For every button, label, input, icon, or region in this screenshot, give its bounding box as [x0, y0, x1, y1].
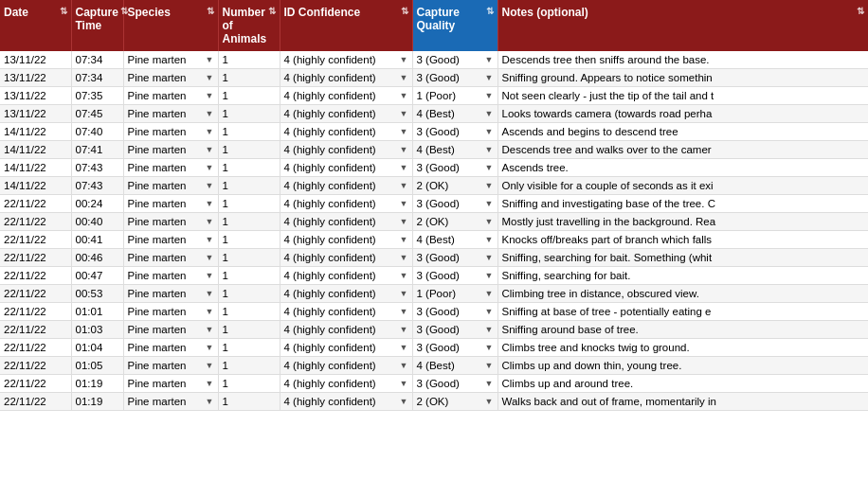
sort-icon[interactable]: ⇅	[486, 6, 494, 16]
dropdown-arrow-icon[interactable]: ▼	[206, 73, 214, 82]
dropdown-arrow-icon[interactable]: ▼	[206, 307, 214, 316]
dropdown-arrow-icon[interactable]: ▼	[206, 271, 214, 280]
dropdown-arrow-icon[interactable]: ▼	[485, 91, 494, 100]
dropdown-arrow-icon[interactable]: ▼	[206, 163, 214, 172]
dropdown-arrow-icon[interactable]: ▼	[400, 73, 408, 82]
dropdown-arrow-icon[interactable]: ▼	[400, 145, 408, 154]
dropdown-arrow-icon[interactable]: ▼	[485, 109, 494, 118]
column-header-animals[interactable]: Number of Animals⇅	[218, 0, 280, 51]
cell-species: Pine marten▼	[123, 123, 218, 141]
dropdown-arrow-icon[interactable]: ▼	[485, 163, 494, 172]
dropdown-arrow-icon[interactable]: ▼	[400, 181, 408, 190]
sort-icon[interactable]: ⇅	[401, 6, 408, 16]
cell-time: 07:34	[71, 69, 123, 87]
cell-quality: 2 (OK)▼	[412, 393, 497, 411]
cell-species: Pine marten▼	[123, 393, 218, 411]
dropdown-arrow-icon[interactable]: ▼	[206, 109, 214, 118]
dropdown-arrow-icon[interactable]: ▼	[206, 199, 214, 208]
dropdown-arrow-icon[interactable]: ▼	[400, 217, 408, 226]
cell-animals: 1	[218, 105, 280, 123]
column-label: Notes (optional)	[502, 6, 588, 19]
cell-animals: 1	[218, 321, 280, 339]
dropdown-arrow-icon[interactable]: ▼	[206, 91, 214, 100]
dropdown-arrow-icon[interactable]: ▼	[485, 73, 494, 82]
dropdown-arrow-icon[interactable]: ▼	[485, 55, 494, 64]
dropdown-arrow-icon[interactable]: ▼	[485, 271, 494, 280]
sort-icon[interactable]: ⇅	[207, 6, 214, 16]
dropdown-arrow-icon[interactable]: ▼	[400, 55, 408, 64]
cell-animals: 1	[218, 231, 280, 249]
dropdown-arrow-icon[interactable]: ▼	[206, 217, 214, 226]
cell-species: Pine marten▼	[123, 51, 218, 69]
dropdown-arrow-icon[interactable]: ▼	[206, 361, 214, 370]
dropdown-arrow-icon[interactable]: ▼	[485, 361, 494, 370]
dropdown-arrow-icon[interactable]: ▼	[206, 289, 214, 298]
cell-species: Pine marten▼	[123, 141, 218, 159]
dropdown-arrow-icon[interactable]: ▼	[400, 379, 408, 388]
cell-species: Pine marten▼	[123, 195, 218, 213]
cell-animals: 1	[218, 177, 280, 195]
dropdown-arrow-icon[interactable]: ▼	[400, 199, 408, 208]
cell-quality: 4 (Best)▼	[412, 357, 497, 375]
dropdown-arrow-icon[interactable]: ▼	[400, 235, 408, 244]
dropdown-arrow-icon[interactable]: ▼	[485, 289, 494, 298]
dropdown-arrow-icon[interactable]: ▼	[400, 325, 408, 334]
dropdown-arrow-icon[interactable]: ▼	[485, 217, 494, 226]
cell-animals: 1	[218, 357, 280, 375]
column-header-notes[interactable]: Notes (optional)⇅	[497, 0, 868, 51]
column-header-species[interactable]: Species⇅	[123, 0, 218, 51]
dropdown-arrow-icon[interactable]: ▼	[485, 325, 494, 334]
cell-time: 07:40	[71, 123, 123, 141]
dropdown-arrow-icon[interactable]: ▼	[206, 145, 214, 154]
dropdown-arrow-icon[interactable]: ▼	[485, 235, 494, 244]
sort-icon[interactable]: ⇅	[60, 6, 67, 16]
dropdown-arrow-icon[interactable]: ▼	[485, 199, 494, 208]
dropdown-arrow-icon[interactable]: ▼	[400, 397, 408, 406]
dropdown-arrow-icon[interactable]: ▼	[400, 289, 408, 298]
dropdown-arrow-icon[interactable]: ▼	[485, 307, 494, 316]
cell-confidence: 4 (highly confident)▼	[280, 357, 412, 375]
cell-time: 01:19	[71, 375, 123, 393]
cell-date: 22/11/22	[0, 303, 71, 321]
cell-time: 01:05	[71, 357, 123, 375]
dropdown-arrow-icon[interactable]: ▼	[400, 361, 408, 370]
dropdown-arrow-icon[interactable]: ▼	[400, 109, 408, 118]
dropdown-arrow-icon[interactable]: ▼	[485, 397, 494, 406]
dropdown-arrow-icon[interactable]: ▼	[485, 379, 494, 388]
column-header-time[interactable]: Capture Time⇅	[71, 0, 123, 51]
dropdown-arrow-icon[interactable]: ▼	[400, 163, 408, 172]
cell-date: 14/11/22	[0, 123, 71, 141]
dropdown-arrow-icon[interactable]: ▼	[206, 343, 214, 352]
column-header-quality[interactable]: Capture Quality⇅	[412, 0, 497, 51]
column-header-confidence[interactable]: ID Confidence⇅	[280, 0, 412, 51]
cell-time: 07:43	[71, 159, 123, 177]
dropdown-arrow-icon[interactable]: ▼	[400, 343, 408, 352]
dropdown-arrow-icon[interactable]: ▼	[485, 145, 494, 154]
sort-icon[interactable]: ⇅	[268, 6, 276, 16]
dropdown-arrow-icon[interactable]: ▼	[206, 181, 214, 190]
dropdown-arrow-icon[interactable]: ▼	[485, 127, 494, 136]
table-row: 22/11/2200:46Pine marten▼14 (highly conf…	[0, 249, 868, 267]
dropdown-arrow-icon[interactable]: ▼	[400, 307, 408, 316]
dropdown-arrow-icon[interactable]: ▼	[400, 253, 408, 262]
dropdown-arrow-icon[interactable]: ▼	[206, 127, 214, 136]
dropdown-arrow-icon[interactable]: ▼	[400, 271, 408, 280]
dropdown-arrow-icon[interactable]: ▼	[485, 181, 494, 190]
dropdown-arrow-icon[interactable]: ▼	[206, 379, 214, 388]
dropdown-arrow-icon[interactable]: ▼	[400, 127, 408, 136]
dropdown-arrow-icon[interactable]: ▼	[206, 325, 214, 334]
cell-notes: Climbs up and down thin, young tree.	[497, 357, 868, 375]
dropdown-arrow-icon[interactable]: ▼	[485, 343, 494, 352]
dropdown-arrow-icon[interactable]: ▼	[206, 253, 214, 262]
column-header-date[interactable]: Date⇅	[0, 0, 71, 51]
dropdown-arrow-icon[interactable]: ▼	[485, 253, 494, 262]
dropdown-arrow-icon[interactable]: ▼	[206, 397, 214, 406]
sort-icon[interactable]: ⇅	[857, 6, 864, 16]
cell-text: 1 (Poor)	[417, 288, 457, 299]
cell-species: Pine marten▼	[123, 213, 218, 231]
cell-quality: 4 (Best)▼	[412, 231, 497, 249]
dropdown-arrow-icon[interactable]: ▼	[206, 235, 214, 244]
cell-text: 3 (Good)	[417, 162, 460, 173]
dropdown-arrow-icon[interactable]: ▼	[400, 91, 408, 100]
dropdown-arrow-icon[interactable]: ▼	[206, 55, 214, 64]
